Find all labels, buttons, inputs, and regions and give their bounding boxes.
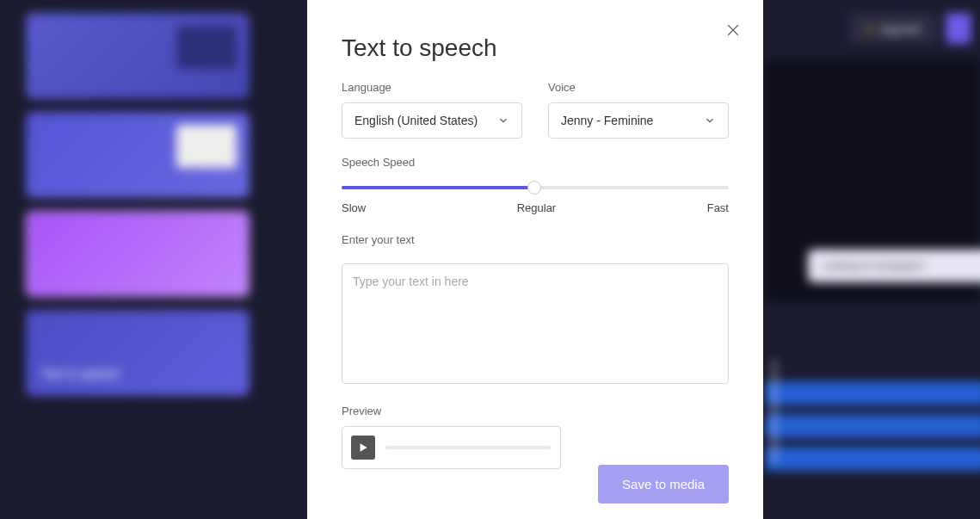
timeline-track[interactable] [765, 414, 980, 438]
template-card[interactable] [26, 112, 250, 198]
slider-thumb[interactable] [527, 181, 541, 195]
modal-title: Text to speech [342, 34, 729, 62]
text-field: Enter your text [342, 233, 729, 387]
template-card[interactable]: Text to speech [26, 310, 250, 396]
upgrade-label: Upgrade [878, 22, 921, 35]
preview-label: Preview [342, 405, 729, 417]
upgrade-button[interactable]: ✦ Upgrade [848, 13, 937, 44]
timeline[interactable] [765, 381, 980, 485]
template-card[interactable] [26, 211, 250, 297]
language-label: Language [342, 81, 522, 94]
help-tooltip: Looking for templates? [808, 250, 980, 282]
play-button[interactable] [351, 436, 375, 460]
chevron-down-icon [704, 114, 716, 127]
timeline-track[interactable] [765, 447, 980, 471]
svg-marker-2 [361, 443, 367, 451]
template-card[interactable] [26, 13, 250, 99]
speed-field: Speech Speed Slow Regular Fast [342, 156, 729, 214]
voice-select[interactable]: Jenny - Feminine [548, 102, 729, 139]
template-sidebar: Text to speech [26, 13, 250, 396]
voice-field: Voice Jenny - Feminine [548, 81, 729, 139]
speed-fast-label: Fast [707, 201, 729, 214]
top-bar: ✦ Upgrade [848, 13, 971, 44]
audio-player [342, 426, 561, 469]
speed-slider[interactable] [342, 186, 729, 189]
playhead[interactable] [774, 360, 775, 463]
chevron-down-icon [497, 114, 509, 127]
slider-labels: Slow Regular Fast [342, 201, 729, 214]
voice-label: Voice [548, 81, 729, 94]
voice-value: Jenny - Feminine [561, 114, 653, 127]
slider-fill [342, 186, 532, 189]
export-button[interactable] [946, 13, 971, 44]
audio-progress[interactable] [385, 446, 552, 449]
speed-slow-label: Slow [342, 201, 366, 214]
timeline-track[interactable] [765, 381, 980, 405]
close-button[interactable] [724, 22, 742, 39]
language-field: Language English (United States) [342, 81, 522, 139]
close-icon [724, 22, 742, 39]
preview-field: Preview [342, 405, 729, 469]
speed-label: Speech Speed [342, 156, 729, 169]
language-value: English (United States) [354, 114, 478, 127]
text-to-speech-modal: Text to speech Language English (United … [307, 0, 763, 519]
save-to-media-button[interactable]: Save to media [598, 465, 729, 504]
text-input[interactable] [342, 263, 729, 384]
speed-regular-label: Regular [517, 201, 557, 214]
language-select[interactable]: English (United States) [342, 102, 522, 139]
play-icon [357, 442, 369, 454]
text-label: Enter your text [342, 233, 729, 246]
